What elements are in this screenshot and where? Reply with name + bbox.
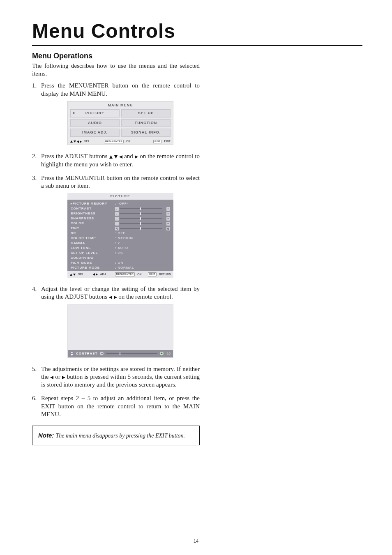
picture-row-colorview[interactable]: COLORVIEW bbox=[71, 256, 170, 260]
row-label: FILM MODE bbox=[71, 261, 115, 265]
value-slider[interactable] bbox=[120, 218, 162, 219]
step-4: Adjust the level or change the setting o… bbox=[32, 285, 200, 358]
step-4-text-b: on the remote control. bbox=[117, 293, 173, 300]
picture-row-nr[interactable]: NR: OFF bbox=[71, 231, 170, 236]
page-number: 14 bbox=[194, 539, 198, 543]
row-label: SHARPNESS bbox=[71, 216, 115, 221]
up-arrow-icon bbox=[109, 155, 113, 159]
menu-enter-key-icon: MENU/ENTER bbox=[115, 272, 135, 276]
row-label: NR bbox=[71, 231, 115, 235]
row-label: SET UP LEVEL bbox=[71, 251, 115, 255]
cap-left-icon: R bbox=[115, 227, 119, 230]
step-5-text-c: button is pressed within 5 seconds, the … bbox=[41, 373, 200, 388]
main-menu-item-picture[interactable]: PICTURE bbox=[70, 109, 120, 117]
picture-row-tint[interactable]: TINTRG bbox=[71, 226, 170, 231]
value-slider[interactable] bbox=[120, 223, 162, 224]
row-value: : AUTO bbox=[115, 246, 128, 250]
picture-row-contrast[interactable]: CONTRAST-+ bbox=[71, 206, 170, 211]
row-label: PICTURE MODE bbox=[71, 266, 115, 270]
row-label: CONTRAST bbox=[71, 207, 115, 211]
value-slider[interactable] bbox=[120, 208, 162, 209]
figure-contrast-bar: CONTRAST − + 10 bbox=[67, 304, 173, 358]
value-slider[interactable] bbox=[120, 213, 162, 214]
main-menu-footer: SEL. MENU/ENTER OK EXIT EXIT bbox=[68, 138, 173, 145]
picture-row-set-up-level[interactable]: SET UP LEVEL: 0% bbox=[71, 251, 170, 256]
row-label: ▸PICTURE MEMORY bbox=[71, 202, 115, 206]
note-label: Note: bbox=[38, 432, 56, 439]
row-value: : ON bbox=[115, 261, 123, 265]
updown-icon bbox=[70, 352, 74, 355]
picture-row-low-tone[interactable]: LOW TONE: AUTO bbox=[71, 246, 170, 251]
down-arrow-icon bbox=[114, 155, 118, 159]
intro-text: The following describes how to use the m… bbox=[32, 62, 200, 78]
step-1: Press the MENU/ENTER button on the remot… bbox=[32, 82, 200, 145]
main-menu-item-setup[interactable]: SET UP bbox=[121, 109, 171, 117]
picture-row-film-mode[interactable]: FILM MODE: ON bbox=[71, 260, 170, 265]
row-label: GAMMA bbox=[71, 241, 115, 245]
footer-exit-label: EXIT bbox=[164, 140, 171, 143]
step-5: The adjustments or the settings are stor… bbox=[32, 365, 200, 389]
exit-key-icon: EXIT bbox=[153, 140, 162, 144]
left-arrow-icon bbox=[109, 296, 112, 299]
footer-adj-label: ADJ. bbox=[100, 273, 107, 276]
figure-picture-submenu: PICTURE ▸PICTURE MEMORY: ‹OFF›CONTRAST-+… bbox=[67, 193, 173, 278]
step-6-text: Repeat steps 2 – 5 to adjust an addition… bbox=[41, 395, 200, 417]
picture-row-color[interactable]: COLOR-+ bbox=[71, 221, 170, 226]
main-menu-item-audio[interactable]: AUDIO bbox=[70, 119, 120, 127]
nav-arrows-icon bbox=[70, 140, 82, 143]
row-label: LOW TONE bbox=[71, 246, 115, 250]
note-text: The main menu disappears by pressing the… bbox=[56, 433, 185, 439]
right-arrow-icon bbox=[114, 296, 117, 299]
footer-ok-label: OK bbox=[137, 273, 142, 276]
picture-row-picture-mode[interactable]: PICTURE MODE: NORMAL bbox=[71, 265, 170, 270]
cap-right-icon: + bbox=[166, 217, 170, 221]
picture-row-color-temp-[interactable]: COLOR TEMP.: MEDIUM bbox=[71, 236, 170, 241]
plus-cap-icon: + bbox=[160, 352, 164, 355]
cap-left-icon: - bbox=[115, 212, 119, 216]
updown-arrows-icon bbox=[70, 274, 76, 276]
cap-right-icon: + bbox=[166, 212, 170, 216]
footer-sel-label: SEL. bbox=[78, 273, 85, 276]
steps-list: Press the MENU/ENTER button on the remot… bbox=[32, 82, 200, 418]
note-box: Note: The main menu disappears by pressi… bbox=[32, 426, 200, 445]
main-menu-item-signal-info[interactable]: SIGNAL INFO. bbox=[121, 129, 171, 137]
step-5-text-b: or bbox=[53, 373, 62, 380]
cap-left-icon: - bbox=[115, 207, 119, 211]
main-menu-item-image-adj[interactable]: IMAGE ADJ. bbox=[70, 129, 120, 137]
step-2: Press the ADJUST buttons and on the remo… bbox=[32, 152, 200, 168]
step-3: Press the MENU/ENTER button on the remot… bbox=[32, 174, 200, 278]
step-3-text: Press the MENU/ENTER button on the remot… bbox=[41, 175, 200, 189]
cap-right-icon: + bbox=[166, 207, 170, 211]
main-menu-item-function[interactable]: FUNCTION bbox=[121, 119, 171, 127]
footer-sel-label: SEL. bbox=[84, 140, 91, 143]
menu-enter-key-icon: MENU/ENTER bbox=[104, 140, 124, 144]
picture-menu-title: PICTURE bbox=[67, 193, 173, 200]
row-label: TINT bbox=[71, 226, 115, 230]
row-label: BRIGHTNESS bbox=[71, 212, 115, 216]
leftright-arrows-icon bbox=[93, 273, 98, 276]
picture-row-picture-memory[interactable]: ▸PICTURE MEMORY: ‹OFF› bbox=[71, 201, 170, 206]
step-2-text-b: and bbox=[122, 153, 135, 159]
main-menu-title: MAIN MENU bbox=[68, 101, 173, 110]
contrast-slider[interactable] bbox=[106, 353, 157, 354]
cap-left-icon: - bbox=[115, 217, 119, 221]
row-value: : 0% bbox=[115, 251, 123, 255]
cap-right-icon: G bbox=[166, 227, 170, 230]
row-label: COLORVIEW bbox=[71, 256, 115, 260]
picture-menu-footer: SEL. ADJ. MENU/ENTER OK EXIT RETURN bbox=[67, 271, 173, 278]
contrast-value: 10 bbox=[167, 352, 171, 356]
row-value: : 2 bbox=[115, 241, 120, 245]
picture-row-sharpness[interactable]: SHARPNESS-+ bbox=[71, 216, 170, 221]
figure-main-menu: MAIN MENU PICTURE SET UP AUDIO FUNCTION … bbox=[67, 101, 173, 145]
picture-row-brightness[interactable]: BRIGHTNESS-+ bbox=[71, 211, 170, 216]
row-value: : OFF bbox=[115, 231, 125, 235]
picture-row-gamma[interactable]: GAMMA: 2 bbox=[71, 241, 170, 246]
footer-ok-label: OK bbox=[126, 140, 131, 143]
left-arrow-icon bbox=[119, 155, 122, 159]
step-6: Repeat steps 2 – 5 to adjust an addition… bbox=[32, 394, 200, 418]
value-slider[interactable] bbox=[120, 228, 162, 229]
footer-return-label: RETURN bbox=[159, 273, 171, 276]
exit-key-icon: EXIT bbox=[148, 272, 157, 276]
step-1-text: Press the MENU/ENTER button on the remot… bbox=[41, 82, 200, 97]
right-arrow-icon bbox=[135, 155, 138, 159]
